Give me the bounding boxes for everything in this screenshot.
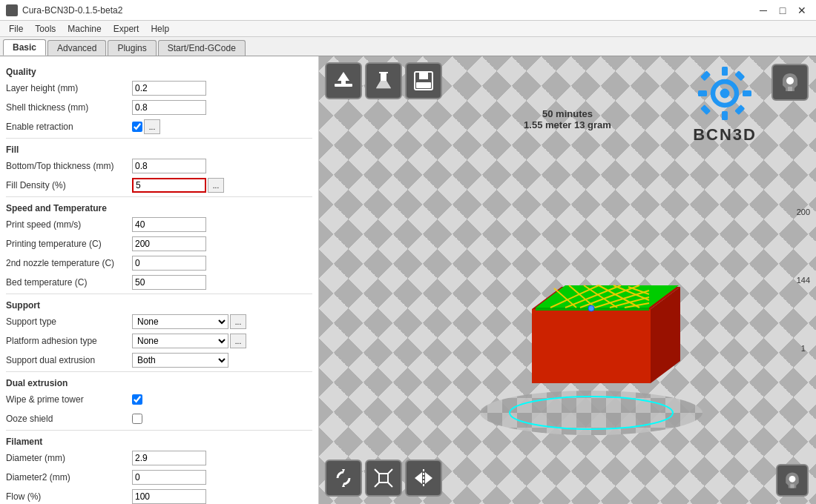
retraction-dots-button[interactable]: ... [144, 119, 160, 134]
tab-advanced[interactable]: Advanced [47, 40, 106, 56]
svg-line-46 [388, 469, 392, 474]
layer-height-row: Layer height (mm) [6, 80, 312, 96]
titlebar: Cura-BCN3D-0.1.5-beta2 ─ □ ✕ [0, 0, 816, 21]
ooze-shield-checkbox[interactable] [132, 414, 142, 424]
bed-temp-input[interactable] [132, 275, 206, 290]
svg-point-52 [789, 476, 796, 483]
nozzle2-temp-input[interactable] [132, 256, 206, 271]
svg-marker-51 [425, 472, 432, 484]
dual-extrusion-section-header: Dual extrusion [6, 378, 312, 388]
printing-temp-input[interactable] [132, 236, 206, 251]
flow-label: Flow (%) [6, 491, 132, 502]
svg-marker-50 [415, 472, 422, 484]
svg-rect-44 [379, 474, 388, 483]
scale-button[interactable] [365, 460, 402, 497]
viewport: 50 minutes 1.55 meter 13 gram [319, 56, 816, 504]
support-dual-select[interactable]: Both First extruder Second extruder [132, 353, 228, 368]
svg-rect-13 [700, 70, 711, 81]
menu-expert[interactable]: Expert [108, 22, 145, 36]
platform-adhesion-row: Platform adhesion type None Brim Raft ..… [6, 333, 312, 349]
left-panel: Quality Layer height (mm) Shell thicknes… [0, 56, 319, 504]
enable-retraction-row: Enable retraction ... [6, 119, 312, 135]
print-time: 50 minutes [524, 108, 611, 119]
flask-icon [372, 69, 395, 93]
printing-temp-row: Printing temperature (C) [6, 236, 312, 252]
fill-density-dots-button[interactable]: ... [208, 178, 224, 193]
diameter2-row: Diameter2 (mm) [6, 469, 312, 485]
platform-adhesion-select[interactable]: None Brim Raft [132, 334, 228, 348]
diameter2-input[interactable] [132, 470, 206, 485]
flow-input[interactable] [132, 489, 206, 504]
settings-3d-button[interactable] [776, 464, 809, 497]
wipe-prime-label: Wipe & prime tower [6, 394, 132, 405]
flask-button[interactable] [365, 62, 402, 99]
support-dual-row: Support dual extrusion Both First extrud… [6, 352, 312, 368]
mirror-icon [412, 466, 435, 490]
close-button[interactable]: ✕ [794, 4, 810, 17]
rotate-button[interactable] [325, 460, 362, 497]
bottom-top-row: Bottom/Top thickness (mm) [6, 158, 312, 174]
flow-row: Flow (%) [6, 488, 312, 504]
svg-rect-11 [698, 90, 707, 96]
printing-temp-label: Printing temperature (C) [6, 239, 132, 249]
print-speed-input[interactable] [132, 217, 206, 232]
load-model-button[interactable] [325, 62, 362, 99]
ruler-bot-value: 1 [801, 344, 806, 353]
shell-thickness-input[interactable] [132, 100, 206, 115]
ruler: 200 144 1 [797, 208, 810, 353]
save-button[interactable] [405, 62, 442, 99]
settings-panel: Quality Layer height (mm) Shell thicknes… [0, 56, 318, 504]
svg-line-47 [375, 483, 379, 487]
svg-point-41 [588, 305, 594, 311]
layer-height-input[interactable] [132, 81, 206, 96]
fill-section-header: Fill [6, 145, 312, 155]
svg-rect-9 [722, 67, 728, 76]
menu-help[interactable]: Help [145, 22, 175, 36]
fill-density-input[interactable] [132, 178, 206, 193]
print-speed-row: Print speed (mm/s) [6, 216, 312, 233]
support-type-select[interactable]: None Touching buildplate Everywhere [132, 314, 228, 329]
menu-tools[interactable]: Tools [29, 22, 62, 36]
svg-rect-18 [788, 87, 792, 91]
window-title: Cura-BCN3D-0.1.5-beta2 [22, 5, 755, 16]
svg-marker-3 [376, 81, 391, 89]
enable-retraction-label: Enable retraction [6, 122, 132, 132]
shell-thickness-label: Shell thickness (mm) [6, 102, 132, 113]
svg-marker-1 [338, 72, 349, 84]
wipe-prime-checkbox[interactable] [132, 394, 142, 405]
tab-plugins[interactable]: Plugins [108, 40, 156, 56]
top-right-button[interactable] [771, 64, 809, 101]
bcn3d-text: BCN3D [693, 125, 757, 145]
support-section-header: Support [6, 300, 312, 311]
app-icon [6, 4, 18, 16]
enable-retraction-checkbox[interactable] [132, 122, 142, 132]
nozzle2-temp-label: 2nd nozzle temperature (C) [6, 258, 132, 268]
menu-machine[interactable]: Machine [62, 22, 107, 36]
maximize-button[interactable]: □ [774, 4, 791, 17]
svg-marker-24 [532, 309, 651, 383]
svg-point-17 [786, 77, 794, 84]
window-controls: ─ □ ✕ [755, 4, 810, 17]
shell-thickness-row: Shell thickness (mm) [6, 99, 312, 116]
mirror-button[interactable] [405, 460, 442, 497]
svg-rect-53 [790, 484, 794, 488]
platform-adhesion-dots-button[interactable]: ... [230, 334, 246, 348]
print-speed-label: Print speed (mm/s) [6, 219, 132, 230]
svg-rect-5 [419, 72, 428, 79]
diameter2-label: Diameter2 (mm) [6, 472, 132, 483]
tab-basic[interactable]: Basic [3, 39, 46, 56]
bed-temp-row: Bed temperature (C) [6, 274, 312, 291]
3d-model [473, 250, 710, 442]
tab-start-end-gcode[interactable]: Start/End-GCode [158, 40, 246, 56]
menu-file[interactable]: File [3, 22, 29, 36]
bcn3d-gear-icon [695, 64, 754, 123]
fill-density-row: Fill Density (%) ... [6, 177, 312, 193]
support-type-dots-button[interactable]: ... [230, 314, 246, 329]
wipe-prime-row: Wipe & prime tower [6, 391, 312, 408]
diameter-input[interactable] [132, 451, 206, 465]
support-type-label: Support type [6, 316, 132, 327]
diameter-label: Diameter (mm) [6, 453, 132, 463]
scale-icon [372, 466, 395, 490]
minimize-button[interactable]: ─ [755, 4, 771, 17]
bottom-top-input[interactable] [132, 159, 206, 173]
